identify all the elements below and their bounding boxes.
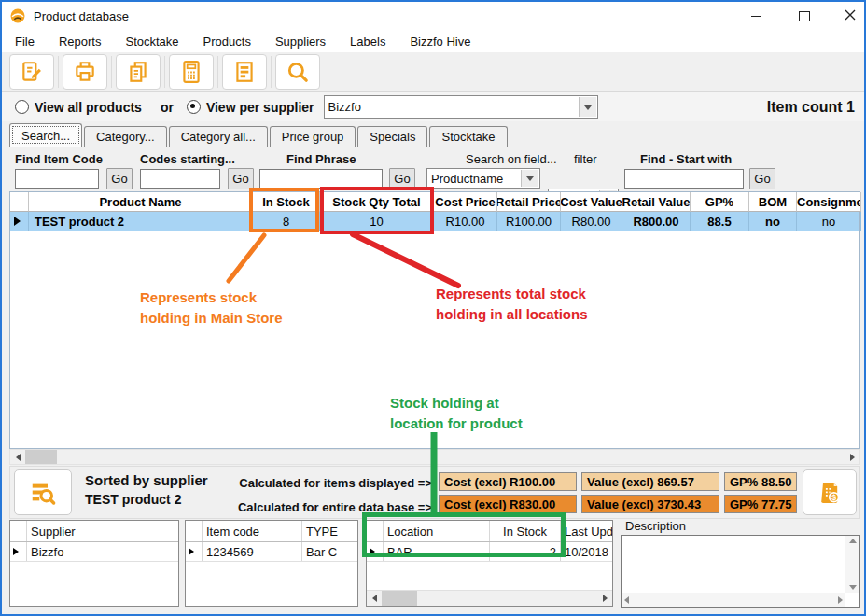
find-phrase-input[interactable] xyxy=(259,169,383,189)
scroll-down-icon[interactable] xyxy=(849,585,857,590)
search-field-select[interactable]: Productname xyxy=(426,168,540,189)
cell-retail-price[interactable]: R100.00 xyxy=(497,212,561,231)
location-row[interactable]: BAR 2 6/10/2018 xyxy=(367,542,612,562)
col-consignment[interactable]: Consignment xyxy=(797,192,861,212)
menu-item-products[interactable]: Products xyxy=(203,35,251,49)
cell-cost-value[interactable]: R80.00 xyxy=(561,212,622,231)
location-column-header[interactable]: Location xyxy=(384,521,490,541)
col-product-name[interactable]: Product Name xyxy=(29,192,253,212)
col-in-stock[interactable]: In Stock xyxy=(253,192,320,212)
find-start-with-input[interactable] xyxy=(624,169,744,189)
location-in-stock-column-header[interactable]: In Stock xyxy=(490,521,561,541)
col-stock-qty-total[interactable]: Stock Qty Total xyxy=(320,192,434,212)
displayed-gp-value: GP% 88.50 xyxy=(724,472,797,491)
cell-gp-percent[interactable]: 88.5 xyxy=(691,212,749,231)
cell-consignment[interactable]: no xyxy=(797,212,861,231)
cell-cost-price[interactable]: R10.00 xyxy=(434,212,497,231)
item-code-cell[interactable]: 1234569 xyxy=(203,542,302,561)
supplier-column-header[interactable]: Supplier xyxy=(27,521,178,541)
cell-in-stock[interactable]: 8 xyxy=(253,212,320,231)
cell-product-name[interactable]: TEST product 2 xyxy=(29,212,253,231)
svg-text:$: $ xyxy=(831,492,836,501)
close-button[interactable] xyxy=(842,5,859,27)
scroll-left-icon[interactable] xyxy=(367,591,382,606)
description-panel: Description xyxy=(621,518,860,607)
print-button[interactable] xyxy=(63,54,107,90)
menu-item-file[interactable]: File xyxy=(15,35,35,49)
database-cost-value: Cost (excl) R830.00 xyxy=(439,495,577,513)
find-item-code-go-button[interactable]: Go xyxy=(106,168,133,189)
scroll-left-icon[interactable] xyxy=(624,596,629,604)
location-cell[interactable]: BAR xyxy=(384,542,490,561)
edit-document-icon xyxy=(20,60,44,84)
chevron-down-icon[interactable] xyxy=(521,170,538,187)
view-bar: View all products or View per supplier B… xyxy=(2,92,864,121)
menubar: File Reports Stocktake Products Supplier… xyxy=(2,30,864,52)
scroll-left-icon[interactable] xyxy=(10,450,25,464)
find-item-code-input[interactable] xyxy=(15,169,99,189)
table-horizontal-scrollbar[interactable] xyxy=(9,449,860,465)
item-row[interactable]: 1234569 Bar C xyxy=(186,542,357,562)
search-product-button[interactable] xyxy=(275,54,320,90)
menu-item-reports[interactable]: Reports xyxy=(59,35,102,49)
copy-list-button[interactable] xyxy=(116,54,161,90)
col-cost-price[interactable]: Cost Price xyxy=(434,192,497,212)
menu-item-suppliers[interactable]: Suppliers xyxy=(275,35,326,49)
col-cost-value[interactable]: Cost Value xyxy=(561,192,622,212)
item-code-column-header[interactable]: Item code xyxy=(203,521,302,541)
scroll-right-icon[interactable] xyxy=(838,596,843,604)
find-phrase-go-button[interactable]: Go xyxy=(389,168,415,189)
tab-strip: Search... Category... Category all... Pr… xyxy=(9,124,510,147)
scroll-right-icon[interactable] xyxy=(597,591,612,606)
scrollbar-thumb[interactable] xyxy=(25,450,57,464)
location-in-stock-cell[interactable]: 2 xyxy=(490,542,561,561)
type-column-header[interactable]: TYPE xyxy=(302,521,357,541)
col-retail-value[interactable]: Retail Value xyxy=(622,192,691,212)
maximize-button[interactable] xyxy=(795,7,814,25)
codes-starting-go-button[interactable]: Go xyxy=(228,168,254,189)
cell-retail-value[interactable]: R800.00 xyxy=(622,212,691,231)
view-all-products-radio[interactable] xyxy=(15,100,29,114)
table-row[interactable]: TEST product 2 8 10 R10.00 R100.00 R80.0… xyxy=(10,212,859,231)
col-gp-percent[interactable]: GP% xyxy=(691,192,749,212)
col-bom[interactable]: BOM xyxy=(749,192,797,212)
edit-product-button[interactable] xyxy=(9,54,54,90)
tab-specials[interactable]: Specials xyxy=(357,126,427,147)
calculator-button[interactable] xyxy=(169,54,214,90)
view-per-supplier-radio[interactable] xyxy=(187,100,201,114)
cell-bom[interactable]: no xyxy=(749,212,797,231)
scroll-right-icon[interactable] xyxy=(845,450,859,464)
scrollbar-thumb[interactable] xyxy=(382,591,417,606)
chevron-down-icon[interactable] xyxy=(579,97,596,117)
row-marker-icon xyxy=(13,548,19,555)
tab-category-all[interactable]: Category all... xyxy=(169,126,268,147)
menu-item-labels[interactable]: Labels xyxy=(350,35,385,49)
menu-item-bizzfo-hive[interactable]: Bizzfo Hive xyxy=(410,35,470,49)
description-hscrollbar[interactable] xyxy=(622,593,845,607)
last-update-cell[interactable]: 6/10/2018 xyxy=(561,542,612,561)
tab-search[interactable]: Search... xyxy=(9,123,82,147)
menu-item-stocktake[interactable]: Stocktake xyxy=(125,35,178,49)
calc-displayed-label: Calculated for items displayed => xyxy=(234,476,432,490)
location-grid-scrollbar[interactable] xyxy=(367,590,612,606)
scroll-up-icon[interactable] xyxy=(849,539,857,543)
type-cell[interactable]: Bar C xyxy=(302,542,357,561)
copy-documents-icon xyxy=(126,60,150,84)
price-report-button[interactable]: $ xyxy=(803,469,857,515)
supplier-select[interactable]: Bizzfo xyxy=(324,95,598,119)
cell-stock-qty-total[interactable]: 10 xyxy=(320,212,434,231)
last-update-column-header[interactable]: Last Update xyxy=(561,521,612,541)
supplier-cell[interactable]: Bizzfo xyxy=(27,542,178,561)
minimize-button[interactable] xyxy=(746,10,767,22)
stock-report-button[interactable] xyxy=(222,54,267,90)
col-retail-price[interactable]: Retail Price xyxy=(497,192,561,212)
find-start-with-go-button[interactable]: Go xyxy=(749,168,775,189)
tab-category[interactable]: Category... xyxy=(84,126,167,147)
supplier-row[interactable]: Bizzfo xyxy=(10,542,178,562)
description-vscrollbar[interactable] xyxy=(845,536,859,593)
tab-stocktake[interactable]: Stocktake xyxy=(429,126,507,147)
tab-price-group[interactable]: Price group xyxy=(270,126,356,147)
sorted-search-button[interactable] xyxy=(14,469,72,515)
codes-starting-input[interactable] xyxy=(140,169,220,189)
description-textarea[interactable] xyxy=(621,535,860,608)
